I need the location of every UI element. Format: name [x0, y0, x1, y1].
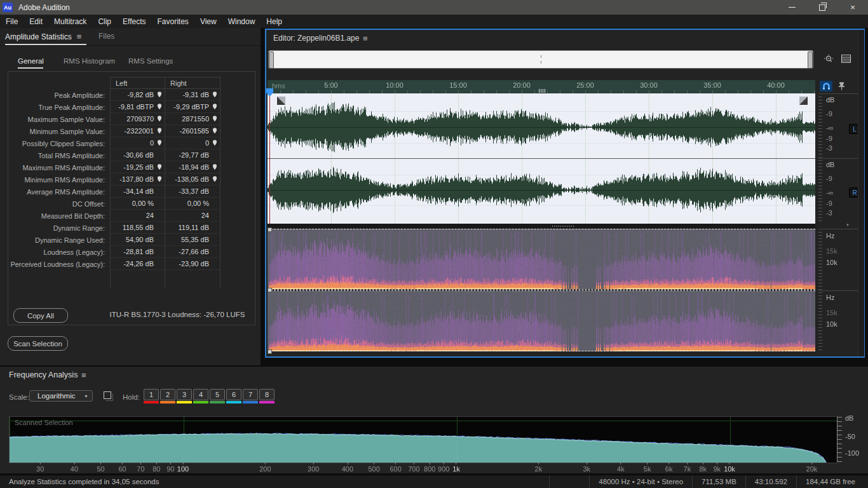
menu-item[interactable]: Help: [261, 15, 288, 28]
table-row: Maximum RMS Amplitude: -19,25 dB -18,94 …: [8, 161, 255, 173]
frequency-axis-tick: 700: [408, 462, 419, 473]
subtab-rms-settings[interactable]: RMS Settings: [128, 57, 173, 65]
frequency-axis-tick: 600: [390, 462, 401, 473]
stat-value-right: 0,00 %: [165, 198, 220, 210]
copy-all-button[interactable]: Copy All: [13, 308, 68, 323]
ruler-label: -∞: [826, 189, 834, 196]
stat-value-left: -28,81 dB: [110, 246, 165, 258]
panel-menu-icon[interactable]: ≡: [81, 370, 86, 380]
frequency-axis-tick: 9k: [713, 462, 721, 473]
pin-marker-icon[interactable]: [156, 104, 163, 110]
status-segment: 48000 Hz • 24-bit • Stereo: [589, 475, 692, 488]
stat-label: Perceived Loudness (Legacy):: [8, 261, 110, 268]
pin-marker-icon[interactable]: [156, 176, 163, 182]
frequency-axis-tick: 7k: [684, 462, 691, 473]
hold-button[interactable]: 3: [177, 389, 192, 403]
restore-button[interactable]: [807, 0, 837, 15]
pin-marker-icon[interactable]: [211, 164, 219, 170]
ruler-label: 10k: [826, 320, 837, 328]
subtab-rms-histogram[interactable]: RMS Histogram: [64, 57, 115, 65]
hold-button[interactable]: 4: [193, 389, 208, 403]
timeline-ruler[interactable]: hms 5:00 10:00 15:00 20:00 25:00 30:00 3…: [268, 80, 815, 93]
db-axis-label: -100: [845, 449, 859, 457]
active-tab-underline: [5, 44, 86, 45]
subtab-general[interactable]: General: [18, 57, 44, 65]
pin-marker-icon[interactable]: [211, 128, 219, 134]
menu-item[interactable]: File: [0, 15, 24, 28]
menu-item[interactable]: Edit: [24, 15, 48, 28]
pin-marker-icon[interactable]: [156, 116, 163, 122]
overview-left-handle[interactable]: [269, 51, 274, 69]
pin-marker-icon[interactable]: [211, 104, 219, 110]
table-row: Minimum RMS Amplitude: -137,80 dB -138,0…: [8, 173, 255, 186]
timeline-tick-label: 30:00: [640, 81, 658, 89]
frequency-ruler-left: Hz15k10k: [818, 229, 858, 290]
fade-in-handle[interactable]: [277, 97, 285, 105]
ruler-label: -3: [826, 209, 832, 217]
selection-handle[interactable]: [268, 349, 272, 354]
hold-button[interactable]: 5: [210, 389, 225, 403]
hold-button[interactable]: 2: [160, 389, 175, 403]
hold-button[interactable]: 7: [243, 389, 258, 403]
vertical-scrollbar[interactable]: [858, 30, 864, 356]
tab-files[interactable]: Files: [98, 32, 114, 41]
frequency-chart-canvas[interactable]: [10, 417, 837, 463]
view-splitter[interactable]: [268, 224, 815, 229]
pin-marker-icon[interactable]: [211, 140, 219, 146]
hold-button[interactable]: 8: [259, 389, 275, 403]
pin-marker-icon[interactable]: [156, 164, 163, 170]
marker-pin-icon[interactable]: [837, 81, 846, 91]
editor-display-options-icon[interactable]: [841, 55, 851, 64]
hold-button[interactable]: 1: [144, 389, 159, 403]
frequency-axis: Hz 30 40 50 60: [0, 462, 868, 473]
waveform-display[interactable]: [268, 93, 815, 224]
overview-waveform[interactable]: [273, 51, 809, 67]
menu-item[interactable]: Clip: [92, 15, 117, 28]
chevron-down-icon: ▼: [84, 394, 88, 398]
scale-dropdown[interactable]: Logarithmic ▼: [29, 390, 93, 402]
pin-marker-icon[interactable]: [156, 140, 163, 146]
pin-marker-icon[interactable]: [156, 128, 163, 134]
frequency-chart[interactable]: Scanned Selection: [9, 416, 837, 463]
editor-panel-menu-icon[interactable]: ≡: [363, 34, 368, 43]
frequency-axis-tick: 400: [342, 462, 353, 473]
copy-graph-icon[interactable]: [104, 391, 111, 399]
stat-label: Average RMS Amplitude:: [8, 188, 110, 196]
table-row: Average RMS Amplitude: -34,14 dB -33,37 …: [8, 186, 255, 198]
zoom-navigate-icon[interactable]: [823, 54, 834, 65]
menu-item[interactable]: Multitrack: [48, 15, 92, 28]
menu-item[interactable]: Window: [222, 15, 261, 28]
overview-zoom-bar[interactable]: [268, 50, 813, 69]
ruler-label: -∞: [826, 124, 834, 132]
overview-right-handle[interactable]: [808, 51, 813, 69]
frequency-axis-tick: 60: [118, 462, 126, 473]
tick-mark: [703, 462, 703, 464]
snap-magnet-icon[interactable]: [820, 81, 832, 92]
hold-color-bar: [226, 401, 241, 403]
pin-marker-icon[interactable]: [211, 92, 219, 98]
frequency-ruler[interactable]: Hz15k10k Hz15k10k: [818, 229, 858, 351]
selection-handle[interactable]: [268, 227, 272, 232]
selection-handle[interactable]: [268, 288, 272, 292]
tab-label: Amplitude Statistics: [5, 32, 72, 41]
panel-menu-icon[interactable]: ≡: [77, 32, 82, 41]
scan-selection-button[interactable]: Scan Selection: [8, 336, 68, 351]
pin-marker-icon[interactable]: [156, 92, 163, 98]
tab-amplitude-statistics[interactable]: Amplitude Statistics≡: [5, 32, 81, 41]
minimize-button[interactable]: [776, 0, 807, 15]
timeline-marker-cluster[interactable]: [539, 89, 546, 93]
fade-out-handle[interactable]: [799, 97, 808, 105]
amplitude-ruler[interactable]: dB-9-∞-9-3 dB-9-∞-9-3 L R: [818, 93, 858, 224]
splitter-grip[interactable]: [552, 226, 575, 227]
pin-marker-icon[interactable]: [211, 176, 219, 182]
close-button[interactable]: ×: [837, 0, 868, 15]
menu-item[interactable]: Effects: [117, 15, 151, 28]
menu-item[interactable]: View: [194, 15, 222, 28]
ruler-label: Hz: [826, 294, 834, 301]
panel-tab-bar: Amplitude Statistics≡ Files: [0, 28, 261, 46]
hold-button[interactable]: 6: [226, 389, 241, 403]
spectrogram-display[interactable]: [268, 229, 815, 351]
menu-item[interactable]: Favorites: [152, 15, 194, 28]
frequency-axis-tick: 50: [97, 462, 104, 473]
pin-marker-icon[interactable]: [211, 116, 219, 122]
